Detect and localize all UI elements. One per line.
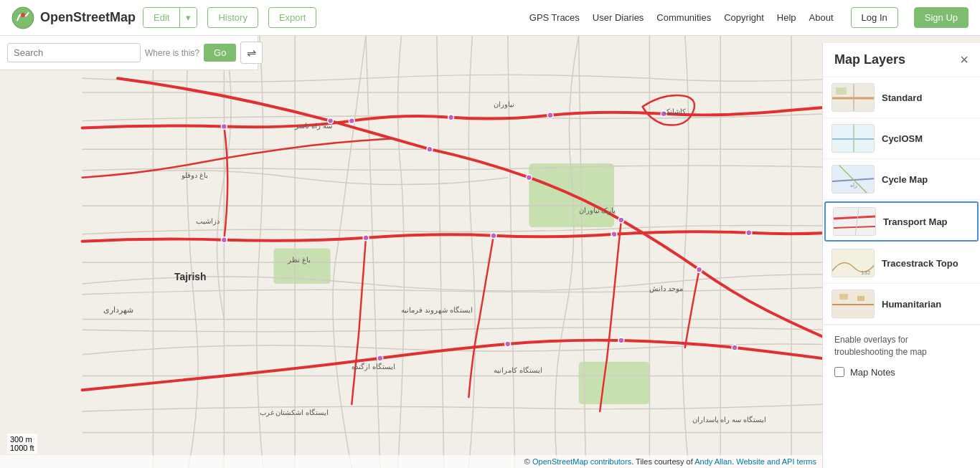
attribution-text: © OpenStreetMap contributors. Tiles cour… [524,457,816,466]
layer-humanitarian-thumb [831,290,875,318]
svg-point-27 [221,237,227,243]
svg-text:سه راه تاسر: سه راه تاسر [294,122,332,130]
header-left: OpenStreetMap Edit ▾ History Export [11,6,316,29]
svg-text:دزاشیب: دزاشیب [196,217,220,226]
nav-copyright[interactable]: Copyright [724,12,764,23]
history-button[interactable]: History [207,7,258,28]
svg-point-36 [732,345,738,350]
svg-point-38 [427,146,433,152]
layer-tracestrack[interactable]: 132 Tracestrack Topo [823,243,980,284]
svg-text:132: 132 [861,269,871,276]
svg-text:ایستگاه ازگنده: ایستگاه ازگنده [352,363,395,371]
layer-transport-thumb [833,207,876,236]
layer-cyclosm[interactable]: CyclOSM [823,118,980,159]
layers-panel-title: Map Layers [834,52,905,67]
search-where-label: Where is this? [145,48,199,58]
svg-rect-79 [857,296,864,301]
svg-rect-70 [834,208,876,236]
svg-line-8 [366,36,380,468]
svg-text:ایستگاه کامرانیه: ایستگاه کامرانیه [494,366,542,375]
svg-point-23 [349,118,354,124]
edit-button[interactable]: Edit [143,8,179,27]
nav-communities[interactable]: Communities [656,12,711,23]
header-right: GPS Traces User Diaries Communities Copy… [529,7,969,28]
svg-point-25 [547,113,553,118]
logo-image [11,6,34,29]
logo-text: OpenStreetMap [40,10,136,25]
layer-cyclosm-label: CyclOSM [882,133,923,144]
layer-standard[interactable]: Standard [823,77,980,118]
directions-button[interactable]: ⇌ [240,42,263,64]
layer-cyclemap-thumb: راه [831,165,875,194]
svg-line-9 [437,36,444,468]
header: OpenStreetMap Edit ▾ History Export GPS … [0,0,980,36]
svg-point-33 [377,355,383,361]
layers-panel-header: Map Layers × [823,43,980,77]
search-bar: Where is this? Go ⇌ [0,36,258,70]
overlays-description: Enable overlays for troubleshooting the … [834,334,969,358]
andy-allan-link[interactable]: Andy Allan [694,457,732,466]
overlay-map-notes-checkbox[interactable] [834,367,844,377]
svg-text:ایستگاه سه راه پاسداران: ایستگاه سه راه پاسداران [692,416,766,424]
layer-tracestrack-label: Tracestrack Topo [882,258,958,269]
layer-cyclemap-label: Cycle Map [882,174,928,185]
svg-text:موحد دانش: موحد دانش [649,285,683,293]
layers-panel-close-button[interactable]: × [960,52,969,68]
nav-gps-traces[interactable]: GPS Traces [529,12,580,23]
svg-text:باغ نظر: باغ نظر [287,256,311,264]
svg-point-22 [221,124,227,130]
svg-text:کاشانک: کاشانک [664,108,686,115]
nav-help[interactable]: Help [777,12,796,23]
svg-point-0 [12,7,34,29]
svg-text:ایستگاه اشکشتان غرب: ایستگاه اشکشتان غرب [260,409,329,417]
svg-rect-78 [839,294,848,300]
overlays-section: Enable overlays for troubleshooting the … [823,325,980,389]
svg-point-29 [491,233,496,239]
layer-tracestrack-thumb: 132 [831,249,875,277]
svg-text:ایستگاه شهروند فرمانیه: ایستگاه شهروند فرمانیه [401,306,472,315]
svg-point-39 [526,175,532,181]
svg-point-34 [505,341,511,347]
svg-point-35 [618,338,624,343]
svg-point-31 [746,230,752,236]
layers-panel: Map Layers × Standard CyclOSM راه Cycle … [822,43,980,468]
search-go-button[interactable]: Go [204,44,236,62]
layer-humanitarian-label: Humanitarian [882,299,941,310]
logo: OpenStreetMap [11,6,136,29]
overlay-map-notes: Map Notes [834,364,969,381]
svg-text:راه: راه [850,182,857,188]
svg-text:شهرداری: شهرداری [103,305,133,315]
search-input[interactable] [7,43,141,62]
layer-transport[interactable]: Transport Map [824,201,979,242]
scale-metric: 300 m [10,435,34,444]
osm-link[interactable]: OpenStreetMap contributors [532,457,631,466]
layer-transport-label: Transport Map [883,216,948,227]
layer-cyclemap[interactable]: راه Cycle Map [823,159,980,200]
edit-dropdown-button[interactable]: ▾ [179,8,197,27]
export-button[interactable]: Export [268,7,317,28]
svg-text:Tajrish: Tajrish [174,271,206,282]
svg-point-24 [448,115,454,120]
svg-text:نیاوران: نیاوران [494,100,514,109]
signup-button[interactable]: Sign Up [914,7,969,28]
svg-rect-62 [836,87,847,95]
svg-point-40 [697,267,702,272]
login-button[interactable]: Log In [851,7,898,28]
svg-rect-3 [579,362,650,404]
layer-standard-thumb [831,83,875,112]
layer-cyclosm-thumb [831,124,875,153]
attribution-bar: © OpenStreetMap contributors. Tiles cour… [0,455,822,468]
overlay-map-notes-label: Map Notes [850,367,895,378]
edit-button-group: Edit ▾ [143,7,197,28]
svg-point-28 [363,235,369,241]
layer-standard-label: Standard [882,92,922,103]
scale-imperial: 1000 ft [10,444,34,452]
svg-point-32 [618,217,624,223]
nav-about[interactable]: About [809,12,834,23]
svg-text:پارک نیاوران: پارک نیاوران [579,206,616,215]
nav-user-diaries[interactable]: User Diaries [593,12,644,23]
api-terms-link[interactable]: Website and API terms [736,457,816,466]
svg-text:باغ دوقلو: باغ دوقلو [181,171,208,180]
layer-humanitarian[interactable]: Humanitarian [823,284,980,325]
svg-point-1 [21,13,25,17]
